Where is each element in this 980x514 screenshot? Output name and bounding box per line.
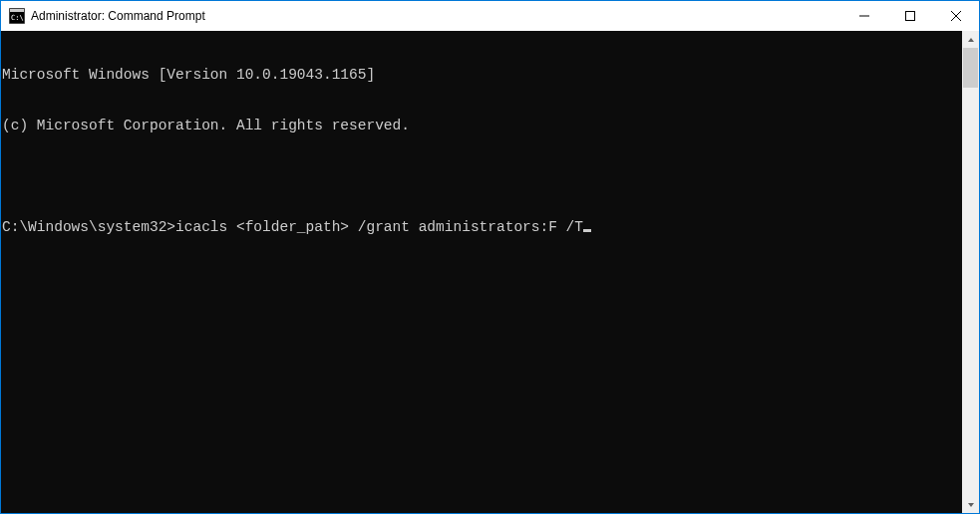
svg-text:C:\: C:\: [11, 14, 24, 22]
titlebar[interactable]: C:\ Administrator: Command Prompt: [1, 1, 979, 31]
terminal[interactable]: Microsoft Windows [Version 10.0.19043.11…: [1, 31, 962, 513]
vertical-scrollbar[interactable]: [962, 31, 979, 513]
terminal-area: Microsoft Windows [Version 10.0.19043.11…: [1, 31, 979, 513]
svg-marker-8: [968, 503, 974, 507]
window-title: Administrator: Command Prompt: [31, 9, 841, 23]
svg-rect-1: [10, 9, 24, 12]
svg-marker-7: [968, 38, 974, 42]
command-prompt-window: C:\ Administrator: Command Prompt Micros…: [1, 1, 979, 513]
scrollbar-thumb[interactable]: [963, 48, 978, 88]
terminal-line: [2, 168, 962, 185]
cursor-icon: [583, 229, 591, 232]
close-button[interactable]: [933, 1, 979, 31]
svg-rect-4: [906, 12, 915, 21]
terminal-command-line: C:\Windows\system32>icacls <folder_path>…: [2, 219, 962, 236]
cmd-icon: C:\: [9, 8, 25, 24]
maximize-button[interactable]: [887, 1, 933, 31]
terminal-line-text: C:\Windows\system32>icacls <folder_path>…: [2, 219, 583, 235]
scrollbar-up-button[interactable]: [962, 31, 979, 48]
scrollbar-down-button[interactable]: [962, 496, 979, 513]
window-controls: [841, 1, 979, 31]
terminal-line: Microsoft Windows [Version 10.0.19043.11…: [2, 67, 962, 84]
terminal-line: (c) Microsoft Corporation. All rights re…: [2, 118, 962, 134]
minimize-button[interactable]: [841, 1, 887, 31]
